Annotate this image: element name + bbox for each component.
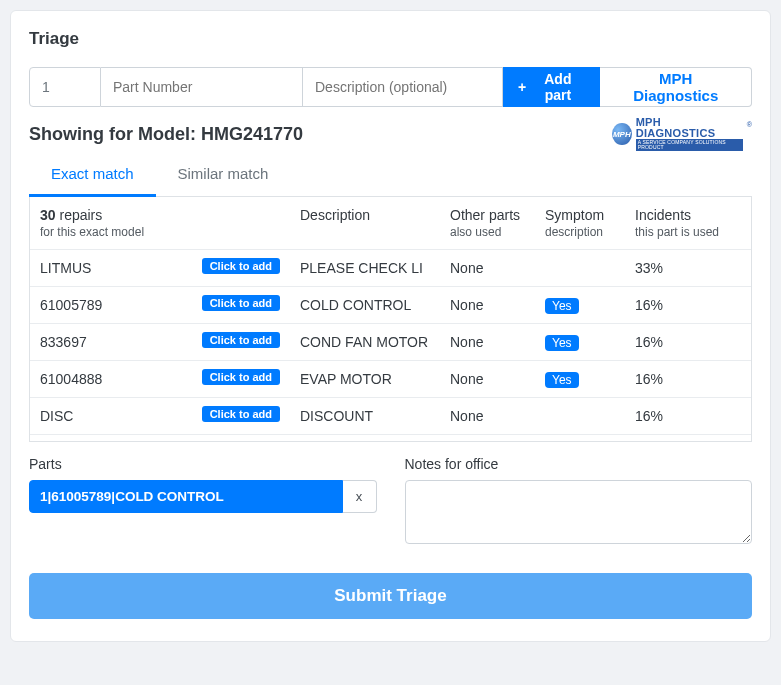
remove-part-button[interactable]: x	[343, 480, 377, 513]
part-cell: 61005789Click to add	[30, 287, 290, 324]
part-number: 61005789	[40, 297, 102, 313]
repairs-table-wrap[interactable]: 30 repairs for this exact model Descript…	[29, 197, 752, 442]
symptom-yes-pill[interactable]: Yes	[545, 335, 579, 351]
part-number: DISC	[40, 408, 73, 424]
symptom-yes-pill[interactable]: Yes	[545, 372, 579, 388]
part-number-input[interactable]	[101, 67, 302, 107]
click-to-add-button[interactable]: Click to add	[202, 332, 280, 348]
table-row: DISCClick to addDISCOUNTNone16%	[30, 398, 751, 435]
mph-logo-ball-icon: MPH	[612, 123, 632, 145]
tab-similar-match[interactable]: Similar match	[156, 155, 291, 196]
other-parts-cell: None	[440, 324, 535, 361]
incidents-cell: 16%	[625, 361, 751, 398]
table-header-row: 30 repairs for this exact model Descript…	[30, 197, 751, 250]
part-cell: 833697Click to add	[30, 324, 290, 361]
mph-logo-text: MPH DIAGNOSTICS	[636, 117, 743, 139]
page-title: Triage	[29, 29, 752, 49]
part-number: 833697	[40, 334, 87, 350]
click-to-add-button[interactable]: Click to add	[202, 369, 280, 385]
col-repairs: 30 repairs for this exact model	[30, 197, 290, 250]
part-cell: 61004888Click to add	[30, 361, 290, 398]
notes-label: Notes for office	[405, 456, 753, 472]
parts-column: Parts 1|61005789|COLD CONTROL x	[29, 456, 377, 547]
symptom-cell	[535, 398, 625, 435]
part-number: LITMUS	[40, 260, 91, 276]
add-part-button[interactable]: + Add part	[503, 67, 600, 107]
click-to-add-button[interactable]: Click to add	[202, 258, 280, 274]
notes-column: Notes for office	[405, 456, 753, 547]
description-input[interactable]	[302, 67, 503, 107]
click-to-add-button[interactable]: Click to add	[202, 295, 280, 311]
add-part-row: + Add part MPH Diagnostics	[29, 67, 752, 107]
tab-exact-match[interactable]: Exact match	[29, 155, 156, 197]
lower-section: Parts 1|61005789|COLD CONTROL x Notes fo…	[29, 456, 752, 547]
qty-input[interactable]	[29, 67, 101, 107]
part-cell: LITMUSClick to add	[30, 250, 290, 287]
description-cell: PLEASE CHECK LI	[290, 250, 440, 287]
selected-part-chip[interactable]: 1|61005789|COLD CONTROL	[29, 480, 343, 513]
symptom-cell: Yes	[535, 324, 625, 361]
model-heading: Showing for Model: HMG241770	[29, 124, 303, 145]
other-parts-cell: None	[440, 287, 535, 324]
repairs-table: 30 repairs for this exact model Descript…	[30, 197, 751, 435]
parts-label: Parts	[29, 456, 377, 472]
col-incidents: Incidents this part is used	[625, 197, 751, 250]
symptom-cell: Yes	[535, 287, 625, 324]
symptom-yes-pill[interactable]: Yes	[545, 298, 579, 314]
symptom-cell	[535, 250, 625, 287]
part-number: 61004888	[40, 371, 102, 387]
incidents-cell: 33%	[625, 250, 751, 287]
incidents-cell: 16%	[625, 324, 751, 361]
description-cell: COND FAN MOTOR	[290, 324, 440, 361]
other-parts-cell: None	[440, 398, 535, 435]
table-row: 61005789Click to addCOLD CONTROLNoneYes1…	[30, 287, 751, 324]
incidents-cell: 16%	[625, 287, 751, 324]
col-other-parts: Other parts also used	[440, 197, 535, 250]
description-cell: DISCOUNT	[290, 398, 440, 435]
registered-icon: ®	[747, 121, 752, 128]
col-description: Description	[290, 197, 440, 250]
table-row: 61004888Click to addEVAP MOTORNoneYes16%	[30, 361, 751, 398]
add-part-label: Add part	[530, 71, 585, 103]
description-cell: EVAP MOTOR	[290, 361, 440, 398]
triage-card: Triage + Add part MPH Diagnostics Showin…	[10, 10, 771, 642]
other-parts-cell: None	[440, 361, 535, 398]
table-row: LITMUSClick to addPLEASE CHECK LINone33%	[30, 250, 751, 287]
plus-icon: +	[518, 79, 526, 95]
col-symptom: Symptom description	[535, 197, 625, 250]
table-row: 833697Click to addCOND FAN MOTORNoneYes1…	[30, 324, 751, 361]
mph-logo-sub: A SERVICE COMPANY SOLUTIONS PRODUCT	[636, 139, 743, 151]
model-row: Showing for Model: HMG241770 MPH MPH DIA…	[29, 121, 752, 147]
part-cell: DISCClick to add	[30, 398, 290, 435]
notes-textarea[interactable]	[405, 480, 753, 544]
submit-triage-button[interactable]: Submit Triage	[29, 573, 752, 619]
symptom-cell: Yes	[535, 361, 625, 398]
other-parts-cell: None	[440, 250, 535, 287]
tabs: Exact match Similar match	[29, 155, 752, 197]
description-cell: COLD CONTROL	[290, 287, 440, 324]
parts-chip-row: 1|61005789|COLD CONTROL x	[29, 480, 377, 513]
mph-logo: MPH MPH DIAGNOSTICS A SERVICE COMPANY SO…	[612, 121, 752, 147]
incidents-cell: 16%	[625, 398, 751, 435]
click-to-add-button[interactable]: Click to add	[202, 406, 280, 422]
mph-diagnostics-button[interactable]: MPH Diagnostics	[600, 67, 752, 107]
